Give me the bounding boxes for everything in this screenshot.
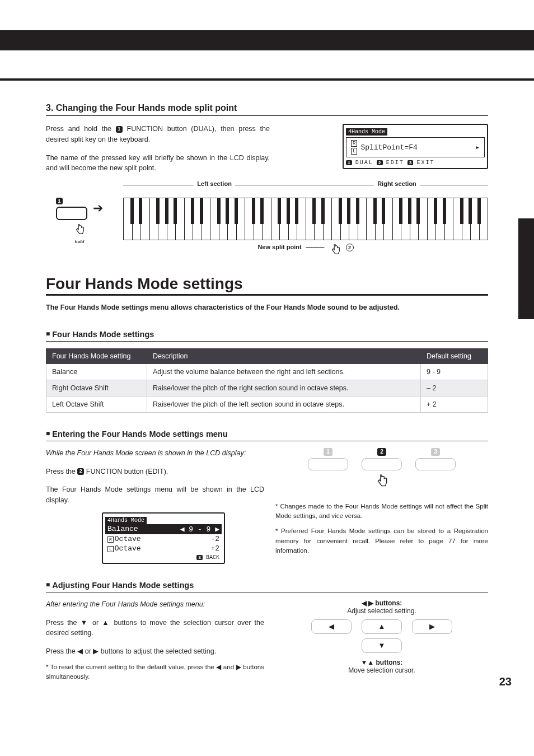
- italic-while-shown: While the Four Hands Mode screen is show…: [46, 448, 264, 459]
- badge-3-icon: 3: [431, 448, 440, 456]
- hold-label: hold: [75, 239, 85, 244]
- lcd2-title: 4Hands Mode: [105, 517, 147, 524]
- left-section-label: Left section: [123, 185, 306, 195]
- sub-heading-entering: Entering the Four Hands Mode settings me…: [46, 430, 488, 438]
- lcd-badge-3: 3: [407, 160, 414, 165]
- lead-paragraph: The Four Hands Mode settings menu allows…: [46, 302, 488, 313]
- lcd-settings-menu: 4Hands Mode Balance◀ 9 - 9 ▶ROctave-2LOc…: [102, 512, 225, 564]
- page-header-band: [0, 30, 534, 81]
- footnote-split-mode: Changes made to the Four Hands Mode sett…: [275, 502, 488, 521]
- function-buttons-diagram: 123: [275, 448, 488, 470]
- lcd-exit-label: EXIT: [416, 160, 434, 166]
- function-button-3[interactable]: [415, 458, 456, 470]
- function-button[interactable]: [56, 207, 87, 220]
- right-arrow-button[interactable]: ▶: [412, 619, 452, 634]
- finger-press-icon: [374, 473, 389, 489]
- function-button-2[interactable]: [362, 458, 402, 470]
- para-adjust-setting: Press the ◀ or ▶ buttons to adjust the s…: [46, 646, 264, 657]
- badge-1-icon: 1: [324, 448, 332, 456]
- badge-1-icon: 1: [116, 126, 123, 133]
- keyboard-diagram: [123, 198, 488, 240]
- text: Press and hold the: [46, 125, 116, 133]
- lcd-badge-2: 2: [377, 160, 383, 165]
- table-row: Right Octave ShiftRaise/lower the pitch …: [46, 380, 488, 396]
- down-arrow-button[interactable]: ▼: [362, 638, 402, 653]
- new-split-point-label: New split point: [257, 244, 301, 256]
- para-press-hold: Press and hold the 1 FUNCTION button (DU…: [46, 124, 270, 145]
- lcd-l-box: L: [351, 148, 357, 155]
- badge-2-icon: 2: [77, 468, 84, 475]
- arrow-right-icon: ➔: [93, 201, 103, 216]
- footnote-registration: Preferred Four Hands Mode settings can b…: [275, 526, 488, 556]
- footnote-reset: To reset the current setting to the defa…: [46, 662, 264, 682]
- lcd-splitpoint: 4Hands Mode R L SplitPoint=F4 ▸ 1DUAL 2E…: [343, 124, 488, 169]
- lcd-badge-1: 1: [346, 160, 352, 165]
- badge-1-icon: 1: [56, 198, 63, 204]
- up-arrow-button[interactable]: ▲: [362, 619, 402, 634]
- lr-buttons-desc: Adjust selected setting.: [347, 607, 416, 615]
- left-arrow-button[interactable]: ◀: [311, 619, 352, 634]
- lcd-r-box: R: [351, 140, 357, 147]
- table-row: Left Octave ShiftRaise/lower the pitch o…: [46, 396, 488, 412]
- lcd-title: 4Hands Mode: [346, 128, 387, 136]
- right-section-label: Right section: [306, 185, 488, 195]
- ud-buttons-desc: Move selection cursor.: [348, 666, 415, 674]
- settings-table: Four Hands Mode setting Description Defa…: [46, 348, 488, 413]
- finger-press-icon: [329, 244, 341, 256]
- para-lcd-shows: The name of the pressed key will briefly…: [46, 153, 270, 174]
- function-button-diagram: 1 ➔ hold: [46, 197, 113, 244]
- main-heading: Four Hands Mode settings: [46, 275, 488, 293]
- lcd-dual-label: DUAL: [355, 160, 373, 166]
- lr-buttons-label: ◀ ▶ buttons:: [347, 599, 416, 607]
- lcd-edit-label: EDIT: [386, 160, 404, 166]
- finger-press-icon: [73, 223, 86, 236]
- italic-after-entering: After entering the Four Hands Mode setti…: [46, 599, 264, 610]
- lcd-value: SplitPoint=F4: [360, 143, 417, 152]
- th-setting: Four Hands Mode setting: [46, 348, 147, 363]
- ud-buttons-label: ▼▲ buttons:: [348, 659, 415, 666]
- rule: [46, 115, 488, 116]
- sub-heading-adjusting: Adjusting Four Hands Mode settings: [46, 581, 488, 590]
- badge-2-icon: 2: [377, 448, 386, 456]
- th-default: Default setting: [421, 348, 488, 363]
- sub-heading-settings-table: Four Hands Mode settings: [46, 330, 488, 339]
- para-move-cursor: Press the ▼ or ▲ buttons to move the sel…: [46, 618, 264, 639]
- para-press-edit: Press the 2 FUNCTION button (EDIT).: [46, 466, 264, 477]
- function-button-1[interactable]: [308, 458, 348, 470]
- lcd2-badge-3: 3: [196, 555, 203, 560]
- lcd-arrow-icon: ▸: [475, 143, 480, 152]
- para-menu-shown: The Four Hands Mode settings menu will b…: [46, 484, 264, 506]
- section-heading-split-point: 3. Changing the Four Hands mode split po…: [46, 103, 488, 113]
- lcd2-back-label: BACK: [206, 554, 219, 561]
- badge-2-circle: 2: [346, 244, 354, 251]
- th-description: Description: [147, 348, 421, 363]
- table-row: BalanceAdjust the volume balance between…: [46, 363, 488, 380]
- page-number: 23: [499, 675, 512, 688]
